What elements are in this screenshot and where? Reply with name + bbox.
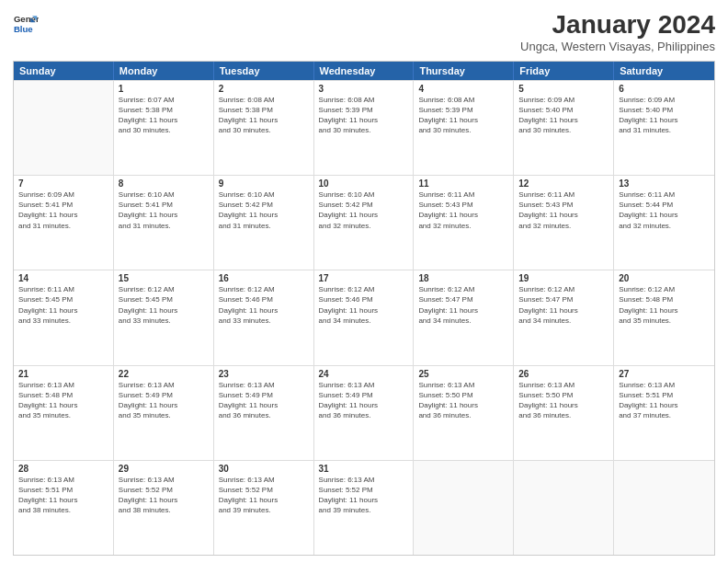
header-day-sunday: Sunday bbox=[14, 62, 114, 80]
calendar-cell: 5Sunrise: 6:09 AM Sunset: 5:40 PM Daylig… bbox=[514, 81, 614, 175]
day-number: 8 bbox=[119, 178, 209, 189]
day-info: Sunrise: 6:13 AM Sunset: 5:50 PM Dayligh… bbox=[518, 380, 609, 421]
day-info: Sunrise: 6:09 AM Sunset: 5:40 PM Dayligh… bbox=[518, 95, 609, 136]
calendar-cell bbox=[614, 461, 714, 555]
calendar-week-1: 1Sunrise: 6:07 AM Sunset: 5:38 PM Daylig… bbox=[14, 80, 714, 175]
calendar-cell bbox=[414, 461, 514, 555]
calendar-cell: 4Sunrise: 6:08 AM Sunset: 5:39 PM Daylig… bbox=[414, 81, 514, 175]
day-info: Sunrise: 6:12 AM Sunset: 5:48 PM Dayligh… bbox=[619, 284, 710, 326]
day-info: Sunrise: 6:08 AM Sunset: 5:39 PM Dayligh… bbox=[418, 95, 508, 136]
day-info: Sunrise: 6:10 AM Sunset: 5:42 PM Dayligh… bbox=[319, 190, 409, 231]
calendar-cell: 17Sunrise: 6:12 AM Sunset: 5:46 PM Dayli… bbox=[314, 270, 415, 364]
day-info: Sunrise: 6:12 AM Sunset: 5:47 PM Dayligh… bbox=[518, 284, 609, 326]
calendar-week-5: 28Sunrise: 6:13 AM Sunset: 5:51 PM Dayli… bbox=[14, 460, 714, 555]
header-day-monday: Monday bbox=[114, 62, 214, 80]
calendar-cell: 24Sunrise: 6:13 AM Sunset: 5:49 PM Dayli… bbox=[314, 366, 415, 460]
calendar-cell: 27Sunrise: 6:13 AM Sunset: 5:51 PM Dayli… bbox=[614, 366, 714, 460]
day-number: 30 bbox=[219, 464, 309, 474]
day-info: Sunrise: 6:10 AM Sunset: 5:42 PM Dayligh… bbox=[219, 190, 309, 231]
calendar-cell: 22Sunrise: 6:13 AM Sunset: 5:49 PM Dayli… bbox=[114, 366, 214, 460]
day-number: 17 bbox=[319, 273, 409, 283]
calendar-cell bbox=[14, 81, 114, 175]
calendar-cell: 25Sunrise: 6:13 AM Sunset: 5:50 PM Dayli… bbox=[414, 366, 514, 460]
calendar-cell: 13Sunrise: 6:11 AM Sunset: 5:44 PM Dayli… bbox=[614, 176, 714, 270]
calendar-cell: 21Sunrise: 6:13 AM Sunset: 5:48 PM Dayli… bbox=[14, 366, 114, 460]
day-info: Sunrise: 6:13 AM Sunset: 5:52 PM Dayligh… bbox=[219, 475, 309, 516]
day-info: Sunrise: 6:11 AM Sunset: 5:45 PM Dayligh… bbox=[18, 284, 108, 326]
page: General Blue January 2024 Ungca, Western… bbox=[0, 0, 728, 563]
day-info: Sunrise: 6:13 AM Sunset: 5:51 PM Dayligh… bbox=[18, 475, 108, 516]
calendar-cell: 31Sunrise: 6:13 AM Sunset: 5:52 PM Dayli… bbox=[314, 461, 415, 555]
calendar-week-4: 21Sunrise: 6:13 AM Sunset: 5:48 PM Dayli… bbox=[14, 365, 714, 460]
calendar-cell: 11Sunrise: 6:11 AM Sunset: 5:43 PM Dayli… bbox=[414, 176, 514, 270]
day-number: 5 bbox=[518, 84, 609, 94]
day-number: 12 bbox=[518, 178, 609, 189]
day-number: 9 bbox=[219, 178, 309, 189]
day-number: 24 bbox=[319, 369, 409, 379]
calendar-cell bbox=[514, 461, 614, 555]
svg-text:Blue: Blue bbox=[14, 24, 33, 34]
day-number: 15 bbox=[119, 273, 209, 283]
calendar-cell: 1Sunrise: 6:07 AM Sunset: 5:38 PM Daylig… bbox=[114, 81, 214, 175]
calendar-cell: 2Sunrise: 6:08 AM Sunset: 5:38 PM Daylig… bbox=[214, 81, 314, 175]
day-number: 4 bbox=[418, 84, 508, 94]
day-info: Sunrise: 6:12 AM Sunset: 5:46 PM Dayligh… bbox=[319, 284, 409, 326]
day-number: 20 bbox=[619, 273, 710, 283]
day-info: Sunrise: 6:08 AM Sunset: 5:39 PM Dayligh… bbox=[319, 95, 409, 136]
day-info: Sunrise: 6:13 AM Sunset: 5:51 PM Dayligh… bbox=[619, 380, 710, 421]
header-day-saturday: Saturday bbox=[614, 62, 714, 80]
day-info: Sunrise: 6:13 AM Sunset: 5:50 PM Dayligh… bbox=[418, 380, 508, 421]
day-number: 31 bbox=[319, 464, 409, 474]
day-info: Sunrise: 6:08 AM Sunset: 5:38 PM Dayligh… bbox=[219, 95, 309, 136]
day-number: 16 bbox=[219, 273, 309, 283]
logo: General Blue bbox=[13, 11, 39, 37]
day-number: 6 bbox=[619, 84, 710, 94]
day-number: 1 bbox=[119, 84, 209, 94]
day-info: Sunrise: 6:09 AM Sunset: 5:40 PM Dayligh… bbox=[619, 95, 710, 136]
calendar-cell: 28Sunrise: 6:13 AM Sunset: 5:51 PM Dayli… bbox=[14, 461, 114, 555]
calendar-cell: 15Sunrise: 6:12 AM Sunset: 5:45 PM Dayli… bbox=[114, 270, 214, 364]
header: General Blue January 2024 Ungca, Western… bbox=[13, 11, 715, 53]
calendar-cell: 29Sunrise: 6:13 AM Sunset: 5:52 PM Dayli… bbox=[114, 461, 214, 555]
day-number: 10 bbox=[319, 178, 409, 189]
day-number: 13 bbox=[619, 178, 710, 189]
calendar-cell: 20Sunrise: 6:12 AM Sunset: 5:48 PM Dayli… bbox=[614, 270, 714, 364]
day-info: Sunrise: 6:13 AM Sunset: 5:49 PM Dayligh… bbox=[219, 380, 309, 421]
calendar-cell: 18Sunrise: 6:12 AM Sunset: 5:47 PM Dayli… bbox=[414, 270, 514, 364]
day-info: Sunrise: 6:13 AM Sunset: 5:49 PM Dayligh… bbox=[119, 380, 209, 421]
calendar-cell: 16Sunrise: 6:12 AM Sunset: 5:46 PM Dayli… bbox=[214, 270, 314, 364]
day-number: 18 bbox=[418, 273, 508, 283]
day-info: Sunrise: 6:10 AM Sunset: 5:41 PM Dayligh… bbox=[119, 190, 209, 231]
calendar-cell: 8Sunrise: 6:10 AM Sunset: 5:41 PM Daylig… bbox=[114, 176, 214, 270]
day-number: 26 bbox=[518, 369, 609, 379]
day-info: Sunrise: 6:12 AM Sunset: 5:47 PM Dayligh… bbox=[418, 284, 508, 326]
svg-text:General: General bbox=[14, 14, 39, 24]
calendar-cell: 19Sunrise: 6:12 AM Sunset: 5:47 PM Dayli… bbox=[514, 270, 614, 364]
day-number: 14 bbox=[18, 273, 108, 283]
day-number: 19 bbox=[518, 273, 609, 283]
day-number: 27 bbox=[619, 369, 710, 379]
calendar-cell: 10Sunrise: 6:10 AM Sunset: 5:42 PM Dayli… bbox=[314, 176, 415, 270]
day-number: 21 bbox=[18, 369, 108, 379]
header-day-wednesday: Wednesday bbox=[314, 62, 415, 80]
calendar: SundayMondayTuesdayWednesdayThursdayFrid… bbox=[13, 61, 715, 556]
day-info: Sunrise: 6:11 AM Sunset: 5:44 PM Dayligh… bbox=[619, 190, 710, 231]
subtitle: Ungca, Western Visayas, Philippines bbox=[520, 40, 715, 53]
day-info: Sunrise: 6:12 AM Sunset: 5:46 PM Dayligh… bbox=[219, 284, 309, 326]
calendar-cell: 7Sunrise: 6:09 AM Sunset: 5:41 PM Daylig… bbox=[14, 176, 114, 270]
day-info: Sunrise: 6:12 AM Sunset: 5:45 PM Dayligh… bbox=[119, 284, 209, 326]
day-number: 2 bbox=[219, 84, 309, 94]
calendar-cell: 6Sunrise: 6:09 AM Sunset: 5:40 PM Daylig… bbox=[614, 81, 714, 175]
calendar-week-3: 14Sunrise: 6:11 AM Sunset: 5:45 PM Dayli… bbox=[14, 270, 714, 364]
calendar-cell: 9Sunrise: 6:10 AM Sunset: 5:42 PM Daylig… bbox=[214, 176, 314, 270]
day-info: Sunrise: 6:11 AM Sunset: 5:43 PM Dayligh… bbox=[518, 190, 609, 231]
day-info: Sunrise: 6:13 AM Sunset: 5:49 PM Dayligh… bbox=[319, 380, 409, 421]
header-day-thursday: Thursday bbox=[414, 62, 514, 80]
logo-icon: General Blue bbox=[13, 11, 39, 37]
calendar-cell: 14Sunrise: 6:11 AM Sunset: 5:45 PM Dayli… bbox=[14, 270, 114, 364]
day-number: 22 bbox=[119, 369, 209, 379]
day-number: 3 bbox=[319, 84, 409, 94]
calendar-cell: 30Sunrise: 6:13 AM Sunset: 5:52 PM Dayli… bbox=[214, 461, 314, 555]
day-number: 28 bbox=[18, 464, 108, 474]
day-info: Sunrise: 6:11 AM Sunset: 5:43 PM Dayligh… bbox=[418, 190, 508, 231]
